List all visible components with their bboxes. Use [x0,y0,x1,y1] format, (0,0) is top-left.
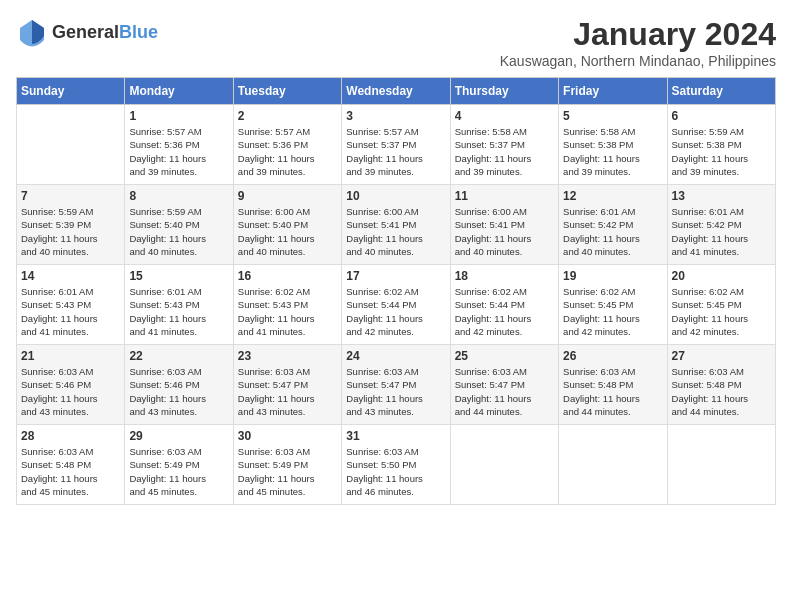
day-number: 24 [346,349,445,363]
calendar-cell: 14Sunrise: 6:01 AM Sunset: 5:43 PM Dayli… [17,265,125,345]
calendar-cell: 30Sunrise: 6:03 AM Sunset: 5:49 PM Dayli… [233,425,341,505]
calendar-cell: 16Sunrise: 6:02 AM Sunset: 5:43 PM Dayli… [233,265,341,345]
day-number: 20 [672,269,771,283]
day-number: 15 [129,269,228,283]
day-number: 4 [455,109,554,123]
calendar-body: 1Sunrise: 5:57 AM Sunset: 5:36 PM Daylig… [17,105,776,505]
calendar-cell [559,425,667,505]
day-number: 6 [672,109,771,123]
weekday-header-friday: Friday [559,78,667,105]
calendar-cell: 25Sunrise: 6:03 AM Sunset: 5:47 PM Dayli… [450,345,558,425]
day-info: Sunrise: 6:02 AM Sunset: 5:45 PM Dayligh… [563,285,662,338]
day-info: Sunrise: 5:59 AM Sunset: 5:39 PM Dayligh… [21,205,120,258]
day-info: Sunrise: 6:03 AM Sunset: 5:47 PM Dayligh… [346,365,445,418]
weekday-header-thursday: Thursday [450,78,558,105]
weekday-header-row: SundayMondayTuesdayWednesdayThursdayFrid… [17,78,776,105]
day-number: 30 [238,429,337,443]
day-info: Sunrise: 6:03 AM Sunset: 5:46 PM Dayligh… [21,365,120,418]
day-info: Sunrise: 5:59 AM Sunset: 5:38 PM Dayligh… [672,125,771,178]
calendar-cell: 6Sunrise: 5:59 AM Sunset: 5:38 PM Daylig… [667,105,775,185]
day-info: Sunrise: 5:57 AM Sunset: 5:37 PM Dayligh… [346,125,445,178]
day-number: 21 [21,349,120,363]
day-info: Sunrise: 6:00 AM Sunset: 5:40 PM Dayligh… [238,205,337,258]
calendar-cell: 18Sunrise: 6:02 AM Sunset: 5:44 PM Dayli… [450,265,558,345]
calendar-cell: 31Sunrise: 6:03 AM Sunset: 5:50 PM Dayli… [342,425,450,505]
calendar-week-5: 28Sunrise: 6:03 AM Sunset: 5:48 PM Dayli… [17,425,776,505]
day-number: 1 [129,109,228,123]
calendar-cell: 1Sunrise: 5:57 AM Sunset: 5:36 PM Daylig… [125,105,233,185]
day-info: Sunrise: 5:57 AM Sunset: 5:36 PM Dayligh… [129,125,228,178]
day-number: 8 [129,189,228,203]
day-info: Sunrise: 6:02 AM Sunset: 5:44 PM Dayligh… [346,285,445,338]
calendar-cell: 8Sunrise: 5:59 AM Sunset: 5:40 PM Daylig… [125,185,233,265]
calendar-cell: 24Sunrise: 6:03 AM Sunset: 5:47 PM Dayli… [342,345,450,425]
calendar-cell: 23Sunrise: 6:03 AM Sunset: 5:47 PM Dayli… [233,345,341,425]
logo-text-blue: Blue [119,22,158,42]
day-info: Sunrise: 6:03 AM Sunset: 5:48 PM Dayligh… [563,365,662,418]
day-number: 17 [346,269,445,283]
day-number: 23 [238,349,337,363]
day-info: Sunrise: 6:00 AM Sunset: 5:41 PM Dayligh… [346,205,445,258]
day-info: Sunrise: 5:58 AM Sunset: 5:38 PM Dayligh… [563,125,662,178]
day-number: 26 [563,349,662,363]
day-number: 28 [21,429,120,443]
calendar-week-3: 14Sunrise: 6:01 AM Sunset: 5:43 PM Dayli… [17,265,776,345]
calendar-cell: 17Sunrise: 6:02 AM Sunset: 5:44 PM Dayli… [342,265,450,345]
day-number: 5 [563,109,662,123]
calendar-cell [667,425,775,505]
day-number: 2 [238,109,337,123]
calendar-table: SundayMondayTuesdayWednesdayThursdayFrid… [16,77,776,505]
day-info: Sunrise: 6:03 AM Sunset: 5:49 PM Dayligh… [129,445,228,498]
calendar-cell: 9Sunrise: 6:00 AM Sunset: 5:40 PM Daylig… [233,185,341,265]
calendar-header: SundayMondayTuesdayWednesdayThursdayFrid… [17,78,776,105]
calendar-cell: 13Sunrise: 6:01 AM Sunset: 5:42 PM Dayli… [667,185,775,265]
month-title: January 2024 [500,16,776,53]
day-info: Sunrise: 6:01 AM Sunset: 5:43 PM Dayligh… [21,285,120,338]
calendar-cell: 10Sunrise: 6:00 AM Sunset: 5:41 PM Dayli… [342,185,450,265]
calendar-cell: 3Sunrise: 5:57 AM Sunset: 5:37 PM Daylig… [342,105,450,185]
day-info: Sunrise: 6:02 AM Sunset: 5:45 PM Dayligh… [672,285,771,338]
day-number: 16 [238,269,337,283]
day-number: 31 [346,429,445,443]
day-number: 3 [346,109,445,123]
day-info: Sunrise: 6:01 AM Sunset: 5:42 PM Dayligh… [563,205,662,258]
logo-text-general: General [52,22,119,42]
calendar-cell: 21Sunrise: 6:03 AM Sunset: 5:46 PM Dayli… [17,345,125,425]
day-number: 14 [21,269,120,283]
calendar-cell: 4Sunrise: 5:58 AM Sunset: 5:37 PM Daylig… [450,105,558,185]
day-info: Sunrise: 6:03 AM Sunset: 5:49 PM Dayligh… [238,445,337,498]
calendar-cell: 12Sunrise: 6:01 AM Sunset: 5:42 PM Dayli… [559,185,667,265]
day-info: Sunrise: 6:03 AM Sunset: 5:46 PM Dayligh… [129,365,228,418]
calendar-cell: 11Sunrise: 6:00 AM Sunset: 5:41 PM Dayli… [450,185,558,265]
day-number: 27 [672,349,771,363]
weekday-header-tuesday: Tuesday [233,78,341,105]
day-number: 12 [563,189,662,203]
calendar-week-1: 1Sunrise: 5:57 AM Sunset: 5:36 PM Daylig… [17,105,776,185]
logo: GeneralBlue [16,16,158,48]
calendar-week-4: 21Sunrise: 6:03 AM Sunset: 5:46 PM Dayli… [17,345,776,425]
day-number: 19 [563,269,662,283]
calendar-cell: 29Sunrise: 6:03 AM Sunset: 5:49 PM Dayli… [125,425,233,505]
weekday-header-wednesday: Wednesday [342,78,450,105]
day-number: 7 [21,189,120,203]
day-number: 11 [455,189,554,203]
weekday-header-saturday: Saturday [667,78,775,105]
calendar-cell: 2Sunrise: 5:57 AM Sunset: 5:36 PM Daylig… [233,105,341,185]
calendar-cell: 27Sunrise: 6:03 AM Sunset: 5:48 PM Dayli… [667,345,775,425]
weekday-header-monday: Monday [125,78,233,105]
calendar-cell: 22Sunrise: 6:03 AM Sunset: 5:46 PM Dayli… [125,345,233,425]
calendar-cell: 20Sunrise: 6:02 AM Sunset: 5:45 PM Dayli… [667,265,775,345]
day-number: 18 [455,269,554,283]
calendar-cell: 7Sunrise: 5:59 AM Sunset: 5:39 PM Daylig… [17,185,125,265]
title-section: January 2024 Kauswagan, Northern Mindana… [500,16,776,69]
calendar-cell: 26Sunrise: 6:03 AM Sunset: 5:48 PM Dayli… [559,345,667,425]
day-info: Sunrise: 6:03 AM Sunset: 5:47 PM Dayligh… [455,365,554,418]
day-info: Sunrise: 6:03 AM Sunset: 5:50 PM Dayligh… [346,445,445,498]
day-info: Sunrise: 5:57 AM Sunset: 5:36 PM Dayligh… [238,125,337,178]
calendar-cell [450,425,558,505]
day-number: 25 [455,349,554,363]
day-info: Sunrise: 6:00 AM Sunset: 5:41 PM Dayligh… [455,205,554,258]
calendar-cell: 5Sunrise: 5:58 AM Sunset: 5:38 PM Daylig… [559,105,667,185]
generalblue-logo-icon [16,16,48,48]
day-number: 9 [238,189,337,203]
